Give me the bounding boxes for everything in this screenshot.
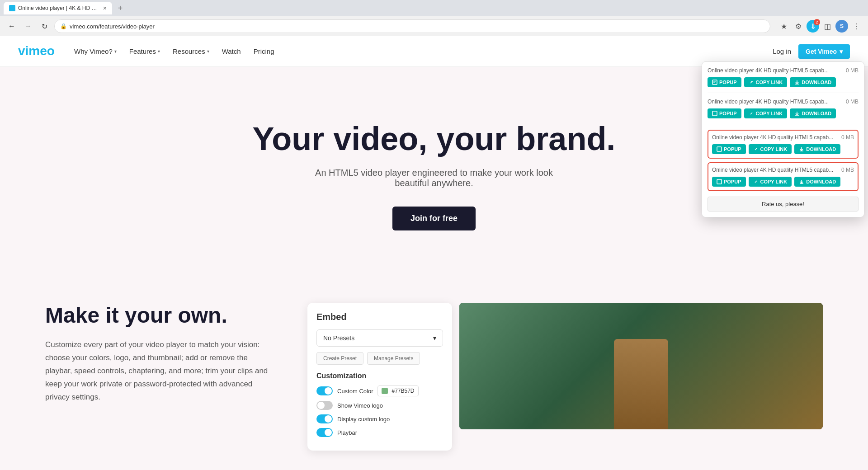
embed-panel-title: Embed [316,312,443,322]
display-custom-logo-toggle[interactable] [316,414,333,423]
download-item-1-size: 0 MB [846,67,859,74]
make-own-section: Make it your own. Customize every part o… [0,267,868,470]
browser-toolbar: ← → ↻ 🔒 vimeo.com/features/video-player … [0,16,868,36]
svg-rect-4 [717,179,722,184]
display-custom-logo-row: Display custom logo [316,414,443,423]
address-bar[interactable]: 🔒 vimeo.com/features/video-player [54,19,770,33]
download-button-2[interactable]: DOWNLOAD [790,108,836,118]
nav-why-vimeo[interactable]: Why Vimeo? ▾ [69,44,122,59]
copy-link-icon-3 [753,146,759,152]
color-hex: #77B57D [392,388,414,394]
nav-pricing[interactable]: Pricing [248,44,280,59]
make-own-text: Make it your own. Customize every part o… [45,303,271,404]
playbar-toggle[interactable] [316,428,333,437]
get-vimeo-button[interactable]: Get Vimeo ▾ [798,44,850,59]
svg-rect-1 [712,80,717,85]
copy-link-icon-2 [749,111,754,116]
download-item-4-title: Online video player 4K HD quality HTML5 … [712,167,838,173]
nav-resources[interactable]: Resources ▾ [167,44,215,59]
download-button-3[interactable]: DOWNLOAD [794,144,840,154]
why-vimeo-chevron: ▾ [114,49,117,54]
custom-color-toggle[interactable] [316,386,333,395]
download-item-3-highlighted: Online video player 4K HD quality HTML5 … [708,130,859,159]
download-item-4-header: Online video player 4K HD quality HTML5 … [712,167,854,173]
download-icon-1 [794,80,800,85]
popup-button-4[interactable]: POPUP [712,177,746,187]
new-tab-icon: + [118,4,123,13]
reload-button[interactable]: ↻ [38,20,51,33]
popup-button-2[interactable]: POPUP [708,108,741,118]
customization-title: Customization [316,372,443,380]
select-chevron: ▾ [433,334,436,342]
download-item-3-title: Online video player 4K HD quality HTML5 … [712,134,838,141]
download-item-4-actions: POPUP COPY LINK DOWNLOAD [712,177,854,187]
section-body: Customize every part of your video playe… [45,338,271,404]
bookmark-icon[interactable]: ★ [778,20,790,33]
embed-panel: Embed No Presets ▾ Create Preset Manage … [307,303,452,451]
resources-chevron: ▾ [207,49,209,54]
site-wrapper: vimeo Why Vimeo? ▾ Features ▾ Resources … [0,36,868,470]
svg-rect-2 [712,111,717,116]
nav-features[interactable]: Features ▾ [124,44,165,59]
download-button-1[interactable]: DOWNLOAD [790,77,836,87]
download-item-3-size: 0 MB [841,134,854,141]
download-icon-4 [799,179,804,184]
copy-link-button-3[interactable]: COPY LINK [749,144,792,154]
color-dot [382,388,388,394]
download-item-2: Online video player 4K HD quality HTML5 … [708,99,859,124]
copy-link-button-2[interactable]: COPY LINK [744,108,788,118]
download-item-2-size: 0 MB [846,99,859,105]
rate-us-button[interactable]: Rate us, please! [708,197,859,212]
no-presets-select[interactable]: No Presets ▾ [316,329,443,347]
download-item-2-actions: POPUP COPY LINK DOWNLOAD [708,108,859,118]
video-bg [459,303,823,429]
create-preset-button[interactable]: Create Preset [316,352,363,365]
preset-buttons: Create Preset Manage Presets [316,352,443,365]
toolbar-icons: ★ ⚙ ⇓ 2 ◫ S ⋮ [778,20,863,33]
svg-rect-3 [717,147,722,151]
tab-close-button[interactable]: × [103,5,107,12]
color-swatch[interactable]: #77B57D [377,385,418,396]
get-vimeo-chevron: ▾ [840,48,843,55]
download-manager-button[interactable]: ⇓ 2 [807,20,819,33]
section-title: Make it your own. [45,303,271,328]
playbar-row: Playbar [316,428,443,437]
playbar-label: Playbar [337,429,357,436]
active-tab[interactable]: Online video player | 4K & HD c... × [4,2,112,14]
profile-avatar[interactable]: S [835,20,848,33]
download-button-4[interactable]: DOWNLOAD [794,177,840,187]
hero-subtitle: An HTML5 video player engineered to make… [298,168,570,188]
nav-watch[interactable]: Watch [217,44,246,59]
tab-label: Online video player | 4K & HD c... [18,5,99,11]
extensions-icon[interactable]: ◫ [821,20,834,33]
vimeo-logo[interactable]: vimeo [18,45,54,58]
custom-color-row: Custom Color #77B57D [316,385,443,396]
download-item-1: Online video player 4K HD quality HTML5 … [708,67,859,93]
login-link[interactable]: Log in [773,47,791,55]
download-item-2-title: Online video player 4K HD quality HTML5 … [708,99,842,105]
extension-icon[interactable]: ⚙ [792,20,805,33]
popup-icon-4 [717,179,722,184]
download-item-1-actions: POPUP COPY LINK DOWNLOAD [708,77,859,87]
join-free-button[interactable]: Join for free [392,207,476,230]
download-item-1-title: Online video player 4K HD quality HTML5 … [708,67,842,74]
lock-icon: 🔒 [60,23,67,29]
hero-title: Your video, your brand. [253,121,616,157]
download-item-3-actions: POPUP COPY LINK DOWNLOAD [712,144,854,154]
popup-button-3[interactable]: POPUP [712,144,746,154]
menu-icon[interactable]: ⋮ [850,20,863,33]
popup-button-1[interactable]: POPUP [708,77,741,87]
tab-favicon [9,5,15,11]
download-item-4-size: 0 MB [841,167,854,173]
features-chevron: ▾ [158,49,160,54]
copy-link-button-1[interactable]: COPY LINK [744,77,788,87]
show-vimeo-logo-toggle[interactable] [316,401,333,410]
display-custom-logo-label: Display custom logo [337,416,390,423]
manage-presets-button[interactable]: Manage Presets [367,352,420,365]
copy-link-button-4[interactable]: COPY LINK [749,177,792,187]
back-button[interactable]: ← [5,20,18,33]
download-item-1-header: Online video player 4K HD quality HTML5 … [708,67,859,74]
new-tab-button[interactable]: + [114,2,127,14]
svg-text:vimeo: vimeo [18,45,54,58]
forward-button[interactable]: → [22,20,34,33]
